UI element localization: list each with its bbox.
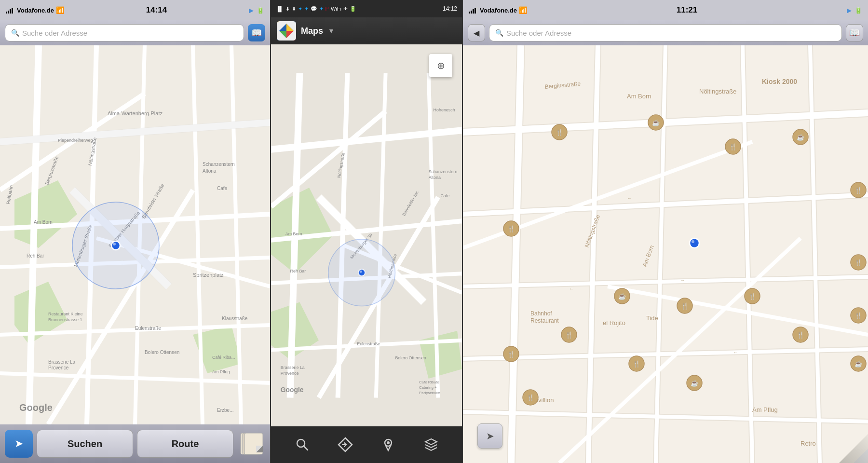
carrier-label: Vodafone.de <box>17 7 54 14</box>
svg-text:Kiosk 2000: Kiosk 2000 <box>762 78 797 85</box>
svg-text:🍴: 🍴 <box>854 186 863 194</box>
ios2-search-input-container[interactable]: 🔍 Suche oder Adresse <box>489 24 842 41</box>
svg-marker-98 <box>425 439 437 445</box>
svg-text:Brasserie La: Brasserie La <box>281 365 305 370</box>
battery-icon: 🔋 <box>257 7 264 14</box>
svg-text:Klausstraße: Klausstraße <box>222 316 248 321</box>
time-display: 14:14 <box>146 5 167 15</box>
route-label: Route <box>172 438 199 449</box>
map-svg: Alma-Wartenberg-Platz Bergiusstraße Nölt… <box>0 45 270 424</box>
ios2-status-bar: Vodafone.de 📶 11:21 ▶ 🔋 <box>463 0 868 20</box>
page-curl-icon <box>239 431 264 456</box>
page-curl-svg <box>839 434 868 463</box>
svg-text:Bolero Ottensen: Bolero Ottensen <box>395 355 426 360</box>
ios2-map-area[interactable]: Bergiusstraße Am Born Nöltingstraße Kios… <box>463 45 868 463</box>
twitter-icon: ✦ <box>298 6 302 12</box>
svg-text:🍴: 🍴 <box>527 394 535 402</box>
svg-text:☕: ☕ <box>618 292 626 300</box>
svg-text:Hohenesch: Hohenesch <box>434 108 455 112</box>
android-layers-icon <box>423 437 439 452</box>
svg-text:Reh Bar: Reh Bar <box>290 269 306 273</box>
svg-text:Am Pflug: Am Pflug <box>752 406 778 413</box>
svg-text:Am Pflug: Am Pflug <box>212 369 230 374</box>
svg-point-90 <box>358 269 365 276</box>
svg-text:Schanzenstern: Schanzenstern <box>203 162 235 167</box>
ios2-location-button[interactable]: ➤ <box>477 423 502 449</box>
android-bottom-bar <box>271 426 462 463</box>
svg-text:Provence: Provence <box>48 365 69 370</box>
ios2-nav-bar: ◀ 🔍 Suche oder Adresse 📖 <box>463 20 868 45</box>
twitter3-icon: ✦ <box>319 6 324 12</box>
svg-text:🍴: 🍴 <box>748 292 757 300</box>
svg-text:🍴: 🍴 <box>507 350 515 358</box>
svg-point-46 <box>111 241 120 250</box>
ios2-signal-bars <box>469 7 478 14</box>
location-icon: ▶ <box>249 7 254 14</box>
svg-text:Altona: Altona <box>203 168 217 174</box>
android-search-icon <box>295 437 310 452</box>
twitter2-icon: ✦ <box>304 6 309 12</box>
ios2-back-button[interactable]: ◀ <box>468 24 485 41</box>
wifi-icon: 📶 <box>56 6 64 14</box>
svg-text:Schanzenstern: Schanzenstern <box>429 169 457 174</box>
route-button[interactable]: Route <box>137 430 233 458</box>
svg-text:🍴: 🍴 <box>854 312 863 320</box>
svg-text:🍴: 🍴 <box>556 128 564 136</box>
search-placeholder: Suche oder Adresse <box>22 29 87 37</box>
ios2-page-curl <box>839 434 868 463</box>
svg-text:Brunnenstrasse 1: Brunnenstrasse 1 <box>48 317 82 322</box>
android-app-title: Maps <box>301 26 323 36</box>
svg-text:☕: ☕ <box>691 379 699 387</box>
usb-icon: ⬇ <box>285 6 290 12</box>
suchen-label: Suchen <box>68 438 102 449</box>
svg-point-177 <box>692 240 694 243</box>
ios-map-area[interactable]: Alma-Wartenberg-Platz Bergiusstraße Nölt… <box>0 45 270 424</box>
status-icons: ▶ 🔋 <box>249 7 264 14</box>
android-time: 14:12 <box>443 5 457 12</box>
svg-text:Café Riba...: Café Riba... <box>212 355 235 360</box>
ios-bottom-bar: ➤ Suchen Route <box>0 424 270 463</box>
ios-search-input-container[interactable]: 🔍 Suche oder Adresse <box>5 24 244 41</box>
svg-text:←: ← <box>627 195 632 201</box>
svg-text:Retro: Retro <box>800 440 816 447</box>
android-map-area[interactable]: Hohenesch Bahnfelder Str. Nöltingstraße … <box>271 44 462 426</box>
svg-point-91 <box>360 271 362 273</box>
location-button[interactable]: ➤ <box>5 430 33 458</box>
ios-bookmark-button[interactable]: 📖 <box>248 24 265 41</box>
svg-text:Bahnhof: Bahnhof <box>530 310 552 317</box>
svg-text:Reh Bar: Reh Bar <box>27 253 44 259</box>
svg-text:☕: ☕ <box>652 119 660 127</box>
svg-text:☕: ☕ <box>797 133 805 141</box>
ios2-bookmark-button[interactable]: 📖 <box>846 24 863 41</box>
svg-text:🍴: 🍴 <box>729 143 737 151</box>
suchen-button[interactable]: Suchen <box>37 430 133 458</box>
ios2-time-display: 11:21 <box>677 5 697 15</box>
ios-search-bar: 🔍 Suche oder Adresse 📖 <box>0 20 270 45</box>
maps-icon-svg <box>277 21 296 41</box>
android-search-icon-btn[interactable] <box>289 431 316 458</box>
pages-button[interactable] <box>237 430 265 458</box>
svg-text:🍴: 🍴 <box>565 331 573 339</box>
svg-line-93 <box>304 446 308 450</box>
svg-point-176 <box>690 238 699 248</box>
signal-bars <box>6 7 15 14</box>
android-layers-icon-btn[interactable] <box>418 431 445 458</box>
android-directions-icon-btn[interactable] <box>332 431 359 458</box>
svg-text:🍴: 🍴 <box>797 331 805 339</box>
download-icon: ⬇ <box>292 6 296 12</box>
ios2-map-svg: Bergiusstraße Am Born Nöltingstraße Kios… <box>463 45 868 463</box>
svg-text:Altona: Altona <box>429 175 441 180</box>
ios2-status-icons: ▶ 🔋 <box>847 7 862 14</box>
svg-text:←: ← <box>733 350 738 355</box>
svg-text:🍴: 🍴 <box>633 360 641 368</box>
android-directions-icon <box>338 437 353 452</box>
airplane-icon: ✈ <box>343 6 348 12</box>
android-location-fab[interactable]: ⊕ <box>429 54 452 77</box>
svg-text:←: ← <box>569 286 574 291</box>
android-pin-icon-btn[interactable] <box>375 431 402 458</box>
back-arrow-icon: ◀ <box>474 28 479 38</box>
ios2-carrier-label: Vodafone.de <box>480 7 517 14</box>
svg-text:🍴: 🍴 <box>507 225 515 233</box>
svg-marker-180 <box>839 434 868 463</box>
svg-text:Restaurant Kleine: Restaurant Kleine <box>48 312 83 316</box>
